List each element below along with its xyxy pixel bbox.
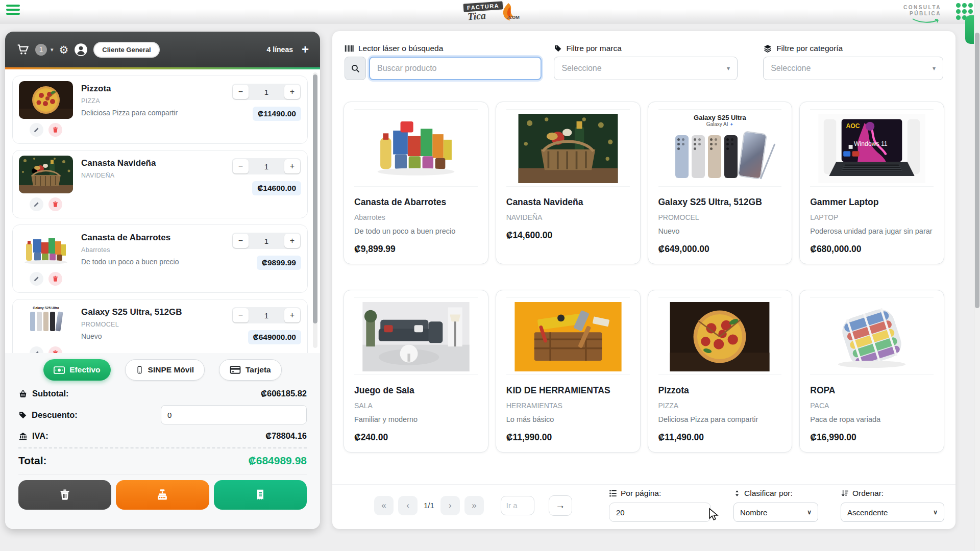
cart-item-list: Pizzota PIZZA Deliciosa Pizza para compa…	[5, 69, 320, 353]
sort-descending-icon	[841, 489, 849, 497]
qty-decrease-button[interactable]: −	[233, 85, 249, 99]
edit-item-button[interactable]	[30, 272, 43, 286]
quantity-stepper: − 1 +	[232, 233, 301, 249]
edit-item-button[interactable]	[30, 346, 43, 353]
product-name: Juego de Sala	[354, 385, 478, 396]
mobile-phone-icon	[136, 364, 143, 375]
factura-tica-logo: FACTURA Tica .COM	[463, 1, 517, 23]
payment-sinpe-button[interactable]: SINPE Móvil	[125, 359, 205, 381]
galaxy-phone-photo: Galaxy S25 Ultra	[19, 305, 73, 342]
add-line-button[interactable]: +	[302, 42, 309, 57]
product-card[interactable]: AOC Windows 11 Gammer Laptop LAPTOP Pode…	[799, 102, 944, 264]
item-name: Canasta de Abarrotes	[81, 233, 224, 243]
product-card[interactable]: Canasta Navideña NAVIDEÑA ₡14,600.00	[496, 102, 641, 264]
cart-count-badge: 1	[35, 44, 47, 56]
sort-arrows-icon	[733, 489, 741, 497]
qty-increase-button[interactable]: +	[284, 308, 300, 322]
search-input[interactable]	[369, 57, 542, 80]
qty-decrease-button[interactable]: −	[233, 308, 249, 322]
page-last-button[interactable]: »	[464, 496, 484, 515]
product-card[interactable]: Galaxy S25 Ultra Galaxy AI Galaxy S25 Ul…	[648, 102, 793, 264]
brand-filter-label: Filtre por marca	[554, 44, 738, 53]
goto-page-input[interactable]	[501, 496, 534, 515]
chevron-down-icon: ▾	[727, 65, 730, 72]
product-price: ₡680,000.00	[810, 244, 934, 255]
total-value: ₡684989.98	[249, 455, 307, 467]
cart-scrollbar[interactable]	[313, 72, 317, 348]
green-arrow-icon	[911, 17, 941, 23]
photo-caption: Galaxy S25 Ultra	[669, 114, 771, 121]
brand-filter-select[interactable]: Seleccione ▾	[554, 57, 738, 80]
chevron-down-icon: ∨	[933, 509, 938, 516]
edit-item-button[interactable]	[30, 123, 43, 137]
customer-selector[interactable]: Cliente General	[93, 42, 159, 58]
cart-lines-count: 4 líneas	[267, 45, 293, 54]
product-card[interactable]: Juego de Sala SALA Familiar y moderno ₡2…	[344, 290, 488, 453]
bank-icon	[18, 432, 28, 441]
product-name: Canasta de Abarrotes	[354, 197, 478, 208]
delete-item-button[interactable]	[48, 197, 62, 211]
qty-increase-button[interactable]: +	[284, 234, 300, 248]
product-name: Canasta Navideña	[506, 197, 630, 208]
item-category: PIZZA	[81, 97, 224, 105]
product-card[interactable]: KID DE HERRAMIENTAS HERRAMIENTAS Lo más …	[496, 290, 641, 453]
discount-input[interactable]	[161, 405, 307, 424]
clear-cart-button[interactable]	[18, 480, 111, 510]
item-name: Pizzota	[81, 84, 224, 94]
sort-by-select[interactable]: Nombre ∨	[733, 503, 818, 522]
goto-page-button[interactable]: →	[549, 495, 572, 516]
page-first-button[interactable]: «	[374, 496, 394, 515]
logo-suffix-com: .COM	[507, 14, 520, 20]
floating-side-tab[interactable]	[965, 15, 974, 44]
christmas-basket-photo	[19, 156, 73, 193]
page-scrollbar[interactable]	[974, 0, 980, 551]
product-card[interactable]: ROPA PACA Paca de ropa variada ₡16,990.0…	[799, 290, 944, 453]
hamburger-menu-icon[interactable]	[6, 5, 20, 17]
qty-decrease-button[interactable]: −	[233, 234, 249, 248]
qty-increase-button[interactable]: +	[284, 85, 300, 99]
tag-icon	[18, 411, 27, 419]
payment-methods: Efectivo SINPE Móvil Tarjeta	[18, 359, 307, 381]
product-price: ₡11,490.00	[658, 432, 782, 443]
delete-item-button[interactable]	[48, 123, 62, 137]
page-prev-button[interactable]: ‹	[398, 496, 418, 515]
product-description: Deliciosa Pizza para compartir	[658, 415, 782, 423]
payment-tarjeta-button[interactable]: Tarjeta	[219, 359, 282, 381]
product-price: ₡14,600.00	[506, 230, 630, 241]
search-button[interactable]	[345, 57, 366, 80]
quantity-stepper: − 1 +	[232, 158, 301, 174]
cash-register-button[interactable]	[116, 480, 209, 510]
product-card[interactable]: Canasta de Abarrotes Abarrotes De todo u…	[344, 102, 488, 264]
qty-increase-button[interactable]: +	[284, 159, 300, 173]
generate-invoice-button[interactable]	[214, 480, 307, 510]
item-price: ₡649000.00	[248, 330, 301, 344]
numbered-list-icon	[609, 489, 617, 497]
logo-word-tica: Tica	[467, 10, 486, 22]
qty-decrease-button[interactable]: −	[233, 159, 249, 173]
product-card[interactable]: Pizzota PIZZA Deliciosa Pizza para compa…	[648, 290, 793, 453]
order-select[interactable]: Ascendente ∨	[841, 503, 944, 522]
payment-efectivo-button[interactable]: Efectivo	[43, 359, 110, 381]
product-description: De todo un poco a buen precio	[354, 227, 478, 235]
gear-icon[interactable]: ⚙	[59, 44, 69, 55]
customer-avatar-icon[interactable]	[74, 43, 88, 57]
page-next-button[interactable]: ›	[440, 496, 460, 515]
sort-by-label: Clasificar por:	[733, 489, 818, 498]
product-description: Familiar y moderno	[354, 415, 478, 423]
qty-value: 1	[250, 237, 283, 245]
chevron-down-icon[interactable]: ▾	[51, 46, 54, 53]
svg-text:AOC: AOC	[846, 122, 860, 130]
delete-item-button[interactable]	[48, 346, 62, 353]
category-filter-select[interactable]: Seleccione ▾	[763, 57, 943, 80]
trash-icon	[59, 489, 71, 501]
per-page-input[interactable]	[609, 503, 711, 522]
item-price: ₡9899.99	[257, 256, 301, 270]
groceries-photo	[354, 109, 478, 187]
item-category: Abarrotes	[81, 246, 224, 254]
tools-crate-photo	[506, 297, 630, 375]
delete-item-button[interactable]	[48, 272, 62, 286]
cart-item: Pizzota PIZZA Deliciosa Pizza para compa…	[12, 76, 308, 144]
sofa-set-photo	[354, 297, 478, 375]
cart-icon[interactable]	[16, 43, 30, 56]
edit-item-button[interactable]	[30, 197, 43, 211]
